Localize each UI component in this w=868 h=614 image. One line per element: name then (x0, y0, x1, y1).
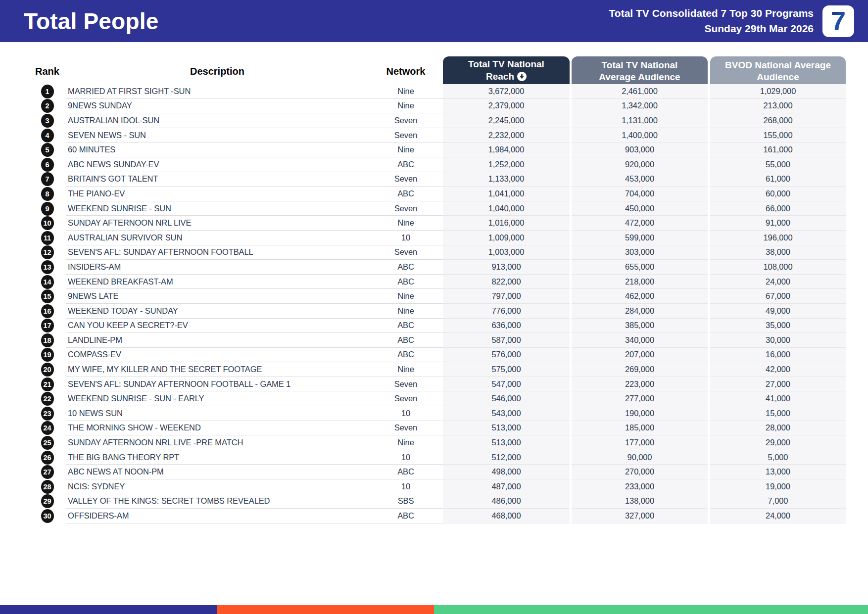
bvod-audience-value: 27,000 (710, 377, 846, 392)
footer-segment-orange (217, 605, 434, 614)
avg-audience-value: 385,000 (572, 319, 708, 333)
footer-color-bar (0, 605, 868, 614)
bvod-audience-value: 1,029,000 (710, 84, 846, 99)
column-header-total-tv-avg-audience[interactable]: Total TV National Average Audience (572, 56, 708, 86)
network: ABC (369, 509, 443, 523)
table-row: 10SUNDAY AFTERNOON NRL LIVENine1,016,000… (29, 216, 846, 231)
avg-audience-value: 207,000 (572, 348, 708, 363)
program-description: 10 NEWS SUN (66, 406, 369, 421)
rank-badge: 15 (41, 289, 54, 303)
rank-badge: 16 (41, 304, 54, 318)
rank-badge: 14 (41, 275, 54, 289)
bvod-audience-value: 13,000 (710, 465, 846, 479)
rank-cell: 20 (29, 362, 66, 377)
table-row: 9WEEKEND SUNRISE - SUNSeven1,040,000450,… (29, 201, 846, 216)
reach-value: 486,000 (443, 494, 570, 509)
rank-badge: 6 (41, 158, 54, 172)
avg-audience-value: 1,131,000 (572, 113, 708, 128)
bvod-audience-value: 49,000 (710, 304, 846, 319)
reach-value: 3,672,000 (443, 84, 570, 99)
bvod-audience-value: 67,000 (710, 289, 846, 304)
report-date: Sunday 29th Mar 2026 (609, 21, 814, 36)
reach-value: 487,000 (443, 479, 570, 494)
reach-value: 575,000 (443, 362, 570, 377)
rank-cell: 14 (29, 275, 66, 289)
program-description: 60 MINUTES (66, 142, 369, 157)
network: Nine (369, 435, 443, 450)
table-row: 1MARRIED AT FIRST SIGHT -SUNNine3,672,00… (29, 84, 846, 99)
network: SBS (369, 494, 443, 509)
rank-badge: 29 (41, 494, 54, 508)
table-row: 12SEVEN'S AFL: SUNDAY AFTERNOON FOOTBALL… (29, 245, 846, 260)
bvod-audience-value: 91,000 (710, 216, 846, 231)
rank-badge: 23 (41, 407, 54, 421)
program-description: MY WIFE, MY KILLER AND THE SECRET FOOTAG… (66, 362, 369, 377)
network: Nine (369, 99, 443, 114)
reach-value: 1,984,000 (443, 142, 570, 157)
rank-badge: 19 (41, 348, 54, 362)
table-header-row: Rank Description Network Total TV Nation… (29, 56, 846, 84)
bvod-audience-value: 5,000 (710, 450, 846, 465)
column-header-bvod-avg-audience[interactable]: BVOD National Average Audience (710, 56, 846, 86)
network: ABC (369, 260, 443, 275)
rank-cell: 17 (29, 319, 66, 333)
rank-cell: 21 (29, 377, 66, 392)
program-description: WEEKEND SUNRISE - SUN (66, 201, 369, 216)
rank-badge: 17 (41, 319, 54, 332)
bvod-audience-value: 155,000 (710, 128, 846, 143)
column-header-network: Network (369, 56, 443, 86)
network: Seven (369, 128, 443, 143)
footer-segment-blue (0, 605, 217, 614)
table-rows: 1MARRIED AT FIRST SIGHT -SUNNine3,672,00… (29, 84, 846, 523)
avg-audience-value: 218,000 (572, 275, 708, 289)
avg-audience-value: 903,000 (572, 142, 708, 157)
table-row: 11AUSTRALIAN SURVIVOR SUN101,009,000599,… (29, 231, 846, 245)
network: Seven (369, 245, 443, 260)
table-row: 13INSIDERS-AMABC913,000655,000108,000 (29, 260, 846, 275)
reach-value: 468,000 (443, 509, 570, 523)
rank-badge: 4 (41, 129, 54, 142)
rank-badge: 22 (41, 392, 54, 406)
column-header-total-tv-reach[interactable]: Total TV National Reach (443, 56, 570, 86)
table-row: 20MY WIFE, MY KILLER AND THE SECRET FOOT… (29, 362, 846, 377)
program-description: SEVEN NEWS - SUN (66, 128, 369, 143)
bvod-audience-value: 42,000 (710, 362, 846, 377)
rank-cell: 26 (29, 450, 66, 465)
bvod-audience-value: 55,000 (710, 157, 846, 172)
table-row: 14WEEKEND BREAKFAST-AMABC822,000218,0002… (29, 275, 846, 289)
rank-cell: 10 (29, 216, 66, 231)
network: 10 (369, 406, 443, 421)
network: ABC (369, 187, 443, 201)
program-description: WEEKEND TODAY - SUNDAY (66, 304, 369, 319)
network: ABC (369, 348, 443, 363)
avg-audience-value: 303,000 (572, 245, 708, 260)
reach-value: 543,000 (443, 406, 570, 421)
program-description: MARRIED AT FIRST SIGHT -SUN (66, 84, 369, 99)
bvod-audience-value: 19,000 (710, 479, 846, 494)
program-description: INSIDERS-AM (66, 260, 369, 275)
rank-cell: 15 (29, 289, 66, 304)
bvod-audience-value: 196,000 (710, 231, 846, 245)
bvod-audience-value: 108,000 (710, 260, 846, 275)
avg-audience-value: 472,000 (572, 216, 708, 231)
rank-cell: 3 (29, 113, 66, 128)
program-description: CAN YOU KEEP A SECRET?-EV (66, 319, 369, 333)
network: Nine (369, 142, 443, 157)
reach-value: 2,245,000 (443, 113, 570, 128)
bvod-audience-value: 66,000 (710, 201, 846, 216)
rank-cell: 29 (29, 494, 66, 509)
network: Nine (369, 304, 443, 319)
avg-audience-value: 269,000 (572, 362, 708, 377)
table-row: 6ABC NEWS SUNDAY-EVABC1,252,000920,00055… (29, 157, 846, 172)
program-description: ABC NEWS AT NOON-PM (66, 465, 369, 479)
rank-badge: 11 (41, 231, 54, 245)
program-description: BRITAIN'S GOT TALENT (66, 172, 369, 187)
avg-audience-value: 453,000 (572, 172, 708, 187)
network: ABC (369, 275, 443, 289)
program-description: AUSTRALIAN SURVIVOR SUN (66, 231, 369, 245)
rank-badge: 8 (41, 187, 54, 201)
footer-segment-green (434, 605, 868, 614)
network: Nine (369, 289, 443, 304)
seven-7-icon: 7 (828, 8, 849, 34)
rank-badge: 1 (41, 85, 54, 98)
